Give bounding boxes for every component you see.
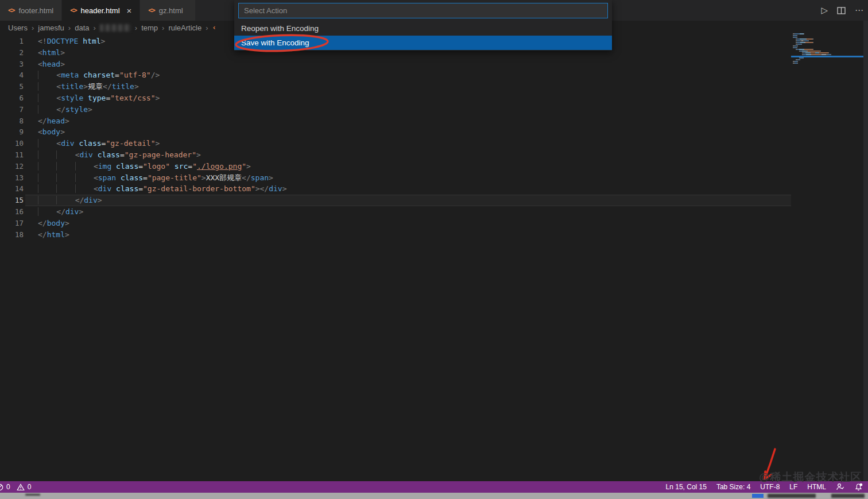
code-line[interactable]: 11 <div class="gz-page-header"> xyxy=(0,149,792,161)
code-token: "gz-detail" xyxy=(106,139,155,148)
minimap[interactable] xyxy=(793,33,865,64)
breadcrumb-item[interactable]: Users xyxy=(8,24,28,32)
line-content: <span class="page-title">XXX部规章</span> xyxy=(24,172,273,184)
minimap-segment xyxy=(801,44,802,45)
close-icon[interactable]: × xyxy=(127,6,132,15)
line-number[interactable]: 8 xyxy=(0,115,24,127)
code-token: < xyxy=(94,173,98,182)
breadcrumb-separator: › xyxy=(162,24,164,32)
quick-pick-item-reopen-with-encoding[interactable]: Reopen with Encoding xyxy=(234,21,612,36)
line-number[interactable]: 10 xyxy=(0,138,24,149)
split-editor-icon[interactable] xyxy=(837,6,846,15)
code-token: </ xyxy=(75,196,84,204)
code-token: = xyxy=(120,150,125,159)
line-number[interactable]: 7 xyxy=(0,104,24,115)
line-number[interactable]: 3 xyxy=(0,59,24,70)
status-item-ln-15-col-15[interactable]: Ln 15, Col 15 xyxy=(666,483,707,491)
code-line[interactable]: 16 </div> xyxy=(0,206,792,218)
code-token: body xyxy=(42,127,60,136)
code-line[interactable]: 3<head> xyxy=(0,59,792,70)
line-number[interactable]: 9 xyxy=(0,126,24,138)
code-line[interactable]: 8</head> xyxy=(0,115,792,127)
status-item-lf[interactable]: LF xyxy=(789,483,797,491)
code-line[interactable]: 5 <title>规章</title> xyxy=(0,81,792,92)
line-number[interactable]: 17 xyxy=(0,218,24,229)
indent-guide xyxy=(38,139,56,148)
line-number[interactable]: 2 xyxy=(0,47,24,59)
minimap-segment xyxy=(800,42,804,43)
quick-pick-input[interactable] xyxy=(238,3,608,18)
code-line[interactable]: 18</html> xyxy=(0,229,792,241)
breadcrumb-separator: › xyxy=(206,24,208,32)
breadcrumb-item[interactable]: ruleArticle xyxy=(168,24,202,32)
red-arrow-annotation xyxy=(753,447,785,486)
line-number[interactable]: 12 xyxy=(0,161,24,172)
line-number[interactable]: 13 xyxy=(0,172,24,184)
quick-pick-item-save-with-encoding[interactable]: Save with Encoding xyxy=(234,36,612,50)
code-line[interactable]: 14 <div class="gz-detail-border-bottom">… xyxy=(0,183,792,195)
minimap-line xyxy=(793,35,865,36)
code-line[interactable]: 7 </style> xyxy=(0,104,792,115)
tab-header.html[interactable]: <>header.html× xyxy=(62,0,140,21)
code-token: "utf-8" xyxy=(119,71,151,79)
code-token: "gz-page-header" xyxy=(125,150,196,159)
code-token: > xyxy=(88,105,92,114)
line-number[interactable]: 18 xyxy=(0,229,24,241)
code-line[interactable]: 13 <span class="page-title">XXX部规章</span… xyxy=(0,172,792,184)
code-line[interactable]: 12 <img class="logo" src="./logo.png"> xyxy=(0,161,792,172)
minimap-segment xyxy=(797,45,798,47)
breadcrumb-separator: › xyxy=(93,24,95,32)
line-number[interactable]: 15 xyxy=(0,195,24,206)
minimap-line xyxy=(793,51,865,52)
line-number[interactable]: 14 xyxy=(0,183,24,195)
minimap-segment xyxy=(811,54,820,55)
minimap-segment xyxy=(797,37,797,38)
problems-status[interactable]: 0 0 xyxy=(0,483,31,491)
code-line[interactable]: 6 <style type="text/css"> xyxy=(0,92,792,104)
code-line[interactable]: 4 <meta charset="utf-8"/> xyxy=(0,69,792,81)
status-item-html[interactable]: HTML xyxy=(807,483,826,491)
line-number[interactable]: 11 xyxy=(0,149,24,161)
code-line[interactable]: 9<body> xyxy=(0,126,792,138)
line-number[interactable]: 1 xyxy=(0,36,24,47)
line-number[interactable]: 4 xyxy=(0,69,24,81)
line-number[interactable]: 16 xyxy=(0,206,24,218)
line-number[interactable]: 6 xyxy=(0,92,24,104)
code-token: div xyxy=(84,196,97,204)
feedback-icon[interactable] xyxy=(836,483,844,491)
code-token: class xyxy=(111,184,138,193)
code-token: src xyxy=(170,162,188,171)
file-code-icon: ‹ xyxy=(212,24,216,32)
notifications-bell-icon[interactable] xyxy=(854,483,863,492)
code-line[interactable]: 15 </div> xyxy=(0,195,792,206)
code-token: style xyxy=(65,105,88,114)
scrollbar[interactable] xyxy=(863,21,868,481)
breadcrumb-item[interactable]: data xyxy=(75,24,89,32)
tab-gz.html[interactable]: <>gz.html xyxy=(140,0,195,21)
breadcrumb-item-blurred[interactable] xyxy=(100,24,131,32)
indent-guide xyxy=(38,196,56,204)
code-token: > xyxy=(60,127,65,136)
status-item-tab-size-4[interactable]: Tab Size: 4 xyxy=(716,483,750,491)
line-number[interactable]: 5 xyxy=(0,81,24,92)
quick-pick-input-wrap xyxy=(234,0,612,21)
run-icon[interactable]: ▷ xyxy=(821,5,828,16)
tab-footer.html[interactable]: <>footer.html xyxy=(0,0,61,21)
code-token: = xyxy=(143,173,148,182)
breadcrumb-item[interactable]: jamesfu xyxy=(38,24,64,32)
minimap-segment xyxy=(808,51,820,52)
minimap-segment xyxy=(793,52,802,53)
code-editor[interactable]: 1<!DOCTYPE html>2<html>3<head>4 <meta ch… xyxy=(0,34,792,240)
indent-guide xyxy=(38,162,56,171)
code-token: head xyxy=(47,117,65,125)
minimap-line xyxy=(793,38,865,40)
code-line[interactable]: 10 <div class="gz-detail"> xyxy=(0,138,792,149)
status-item-utf-8[interactable]: UTF-8 xyxy=(760,483,780,491)
more-actions-icon[interactable]: ⋯ xyxy=(855,5,863,16)
code-token: > xyxy=(65,219,69,227)
breadcrumb-item[interactable]: temp xyxy=(141,24,158,32)
code-line[interactable]: 17</body> xyxy=(0,218,792,229)
code-token: = xyxy=(115,71,119,79)
code-token: body xyxy=(47,219,65,227)
indent-guide xyxy=(56,196,75,204)
